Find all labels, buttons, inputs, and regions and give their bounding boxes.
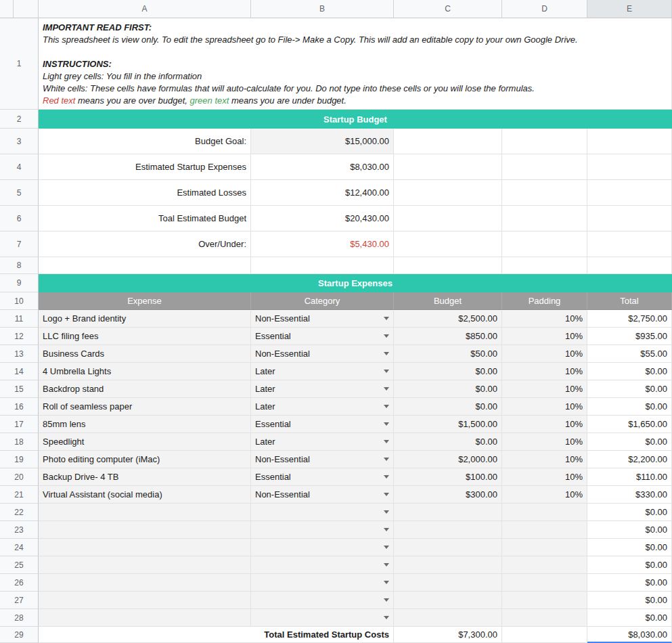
budget-label-cell[interactable]: Estimated Losses bbox=[39, 180, 251, 206]
budget-value-cell[interactable]: $8,030.00 bbox=[251, 154, 394, 180]
column-header-e[interactable]: E bbox=[587, 0, 672, 18]
expense-name-cell[interactable]: Virtual Assistant (social media) bbox=[39, 486, 251, 504]
expense-name-cell[interactable]: Photo editing computer (iMac) bbox=[39, 451, 251, 468]
row-number[interactable]: 26 bbox=[0, 574, 39, 592]
budget-label-cell[interactable]: Budget Goal: bbox=[39, 129, 251, 154]
dropdown-arrow-icon[interactable] bbox=[384, 493, 389, 496]
budget-value-cell[interactable]: $15,000.00 bbox=[251, 129, 394, 154]
padding-cell[interactable]: 10% bbox=[502, 328, 587, 345]
total-cell[interactable]: $0.00 bbox=[587, 574, 672, 592]
row-number[interactable]: 2 bbox=[0, 110, 39, 129]
budget-amount-cell[interactable]: $100.00 bbox=[394, 468, 502, 486]
total-cell[interactable]: $0.00 bbox=[587, 380, 672, 398]
row-number[interactable]: 29 bbox=[0, 627, 39, 643]
dropdown-arrow-icon[interactable] bbox=[384, 422, 389, 426]
expense-name-cell[interactable] bbox=[39, 609, 251, 627]
budget-amount-cell[interactable] bbox=[394, 539, 502, 556]
empty-cell[interactable] bbox=[502, 257, 587, 274]
budget-amount-cell[interactable]: $50.00 bbox=[394, 345, 502, 363]
empty-cell[interactable] bbox=[394, 257, 502, 274]
budget-amount-cell[interactable]: $850.00 bbox=[394, 328, 502, 345]
dropdown-arrow-icon[interactable] bbox=[384, 581, 389, 584]
budget-amount-cell[interactable]: $0.00 bbox=[394, 398, 502, 416]
dropdown-arrow-icon[interactable] bbox=[384, 475, 389, 479]
category-cell[interactable]: Non-Essential bbox=[251, 310, 394, 328]
budget-amount-cell[interactable] bbox=[394, 556, 502, 574]
budget-amount-cell[interactable] bbox=[394, 592, 502, 609]
dropdown-arrow-icon[interactable] bbox=[384, 563, 389, 567]
budget-amount-cell[interactable]: $2,500.00 bbox=[394, 310, 502, 328]
column-header-b[interactable]: B bbox=[251, 0, 394, 18]
empty-cell[interactable] bbox=[39, 257, 251, 274]
total-cell[interactable]: $0.00 bbox=[587, 539, 672, 556]
total-label-cell[interactable]: Total Estimated Startup Costs bbox=[39, 627, 394, 643]
expense-name-cell[interactable]: 85mm lens bbox=[39, 416, 251, 433]
padding-cell[interactable]: 10% bbox=[502, 451, 587, 468]
dropdown-arrow-icon[interactable] bbox=[384, 616, 389, 619]
total-cell[interactable]: $110.00 bbox=[587, 468, 672, 486]
empty-cell[interactable] bbox=[587, 206, 672, 231]
padding-cell[interactable]: 10% bbox=[502, 363, 587, 380]
padding-cell[interactable]: 10% bbox=[502, 468, 587, 486]
category-cell[interactable] bbox=[251, 504, 394, 521]
expense-name-cell[interactable]: LLC filing fees bbox=[39, 328, 251, 345]
total-cell[interactable]: $0.00 bbox=[587, 556, 672, 574]
category-cell[interactable]: Later bbox=[251, 363, 394, 380]
total-cell[interactable]: $0.00 bbox=[587, 521, 672, 539]
total-cell[interactable]: $0.00 bbox=[587, 504, 672, 521]
row-number[interactable]: 20 bbox=[0, 468, 39, 486]
header-budget[interactable]: Budget bbox=[394, 292, 502, 310]
row-number[interactable]: 17 bbox=[0, 416, 39, 433]
budget-amount-cell[interactable] bbox=[394, 574, 502, 592]
total-cell[interactable]: $55.00 bbox=[587, 345, 672, 363]
budget-amount-cell[interactable] bbox=[394, 609, 502, 627]
empty-cell[interactable] bbox=[502, 627, 587, 643]
row-number[interactable]: 3 bbox=[0, 129, 39, 154]
expense-name-cell[interactable] bbox=[39, 556, 251, 574]
row-number[interactable]: 5 bbox=[0, 180, 39, 206]
dropdown-arrow-icon[interactable] bbox=[384, 334, 389, 338]
empty-cell[interactable] bbox=[394, 180, 502, 206]
category-cell[interactable]: Essential bbox=[251, 328, 394, 345]
padding-cell[interactable] bbox=[502, 574, 587, 592]
expense-name-cell[interactable]: Backdrop stand bbox=[39, 380, 251, 398]
dropdown-arrow-icon[interactable] bbox=[384, 405, 389, 408]
category-cell[interactable]: Later bbox=[251, 380, 394, 398]
row-number[interactable]: 10 bbox=[0, 292, 39, 310]
row-number[interactable]: 23 bbox=[0, 521, 39, 539]
total-cell[interactable]: $2,200.00 bbox=[587, 451, 672, 468]
category-cell[interactable] bbox=[251, 592, 394, 609]
header-total[interactable]: Total bbox=[587, 292, 672, 310]
instructions-cell[interactable]: IMPORTANT READ FIRST: This spreadsheet i… bbox=[39, 18, 672, 110]
padding-cell[interactable]: 10% bbox=[502, 398, 587, 416]
row-number[interactable]: 1 bbox=[0, 18, 39, 110]
expense-name-cell[interactable]: Roll of seamless paper bbox=[39, 398, 251, 416]
row-number[interactable]: 13 bbox=[0, 345, 39, 363]
row-number[interactable]: 11 bbox=[0, 310, 39, 328]
total-cell[interactable]: $1,650.00 bbox=[587, 416, 672, 433]
category-cell[interactable] bbox=[251, 521, 394, 539]
dropdown-arrow-icon[interactable] bbox=[384, 510, 389, 514]
total-cell[interactable]: $935.00 bbox=[587, 328, 672, 345]
empty-cell[interactable] bbox=[394, 231, 502, 257]
select-all-corner[interactable] bbox=[0, 0, 39, 18]
padding-cell[interactable] bbox=[502, 504, 587, 521]
empty-cell[interactable] bbox=[587, 257, 672, 274]
dropdown-arrow-icon[interactable] bbox=[384, 317, 389, 320]
grand-total-cell[interactable]: $8,030.00 bbox=[587, 627, 672, 643]
category-cell[interactable] bbox=[251, 609, 394, 627]
empty-cell[interactable] bbox=[394, 154, 502, 180]
category-cell[interactable]: Later bbox=[251, 433, 394, 451]
category-cell[interactable] bbox=[251, 539, 394, 556]
total-cell[interactable]: $0.00 bbox=[587, 592, 672, 609]
dropdown-arrow-icon[interactable] bbox=[384, 352, 389, 355]
row-number[interactable]: 27 bbox=[0, 592, 39, 609]
empty-cell[interactable] bbox=[587, 154, 672, 180]
expense-name-cell[interactable]: Business Cards bbox=[39, 345, 251, 363]
budget-amount-cell[interactable]: $0.00 bbox=[394, 363, 502, 380]
category-cell[interactable]: Essential bbox=[251, 468, 394, 486]
padding-cell[interactable] bbox=[502, 609, 587, 627]
dropdown-arrow-icon[interactable] bbox=[384, 546, 389, 549]
row-number[interactable]: 21 bbox=[0, 486, 39, 504]
row-number[interactable]: 16 bbox=[0, 398, 39, 416]
